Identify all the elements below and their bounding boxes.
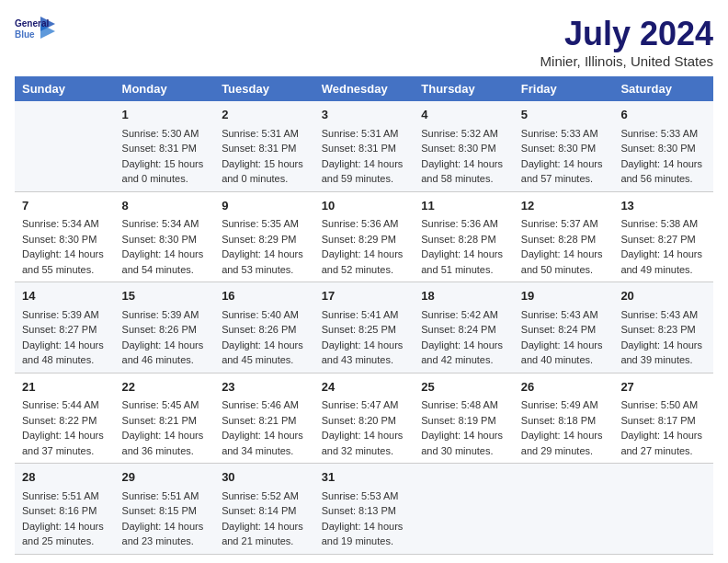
main-title: July 2024 [540, 15, 713, 53]
day-info: Daylight: 14 hours [322, 519, 407, 534]
day-info: Daylight: 14 hours [322, 428, 407, 443]
day-number: 29 [122, 468, 208, 487]
day-info: Sunset: 8:31 PM [322, 141, 407, 156]
column-header-wednesday: Wednesday [314, 76, 415, 101]
day-number: 9 [222, 197, 307, 215]
day-info: Sunset: 8:28 PM [421, 232, 506, 247]
calendar-cell: 30Sunrise: 5:52 AMSunset: 8:14 PMDayligh… [214, 464, 314, 555]
day-number: 23 [222, 378, 307, 396]
day-info: Sunset: 8:30 PM [22, 232, 108, 247]
day-info: Daylight: 14 hours [421, 338, 506, 353]
day-info: Sunset: 8:13 PM [322, 503, 407, 519]
day-info: Sunset: 8:30 PM [521, 141, 607, 156]
day-info: Sunrise: 5:37 AM [521, 216, 607, 232]
day-info: Sunrise: 5:36 AM [322, 216, 407, 232]
logo: General Blue [15, 15, 55, 44]
calendar-cell: 16Sunrise: 5:40 AMSunset: 8:26 PMDayligh… [214, 282, 314, 373]
day-number: 17 [322, 287, 407, 305]
day-info: Sunset: 8:28 PM [521, 232, 607, 247]
day-info: Sunset: 8:21 PM [222, 413, 307, 429]
calendar-cell: 27Sunrise: 5:50 AMSunset: 8:17 PMDayligh… [613, 373, 713, 464]
calendar-cell: 9Sunrise: 5:35 AMSunset: 8:29 PMDaylight… [214, 191, 314, 282]
day-info: Daylight: 14 hours [620, 156, 706, 172]
calendar-cell: 3Sunrise: 5:31 AMSunset: 8:31 PMDaylight… [314, 101, 415, 191]
column-header-thursday: Thursday [414, 76, 514, 101]
day-number: 4 [421, 106, 506, 124]
calendar-table: SundayMondayTuesdayWednesdayThursdayFrid… [15, 76, 713, 555]
day-info: and 34 minutes. [222, 443, 307, 459]
day-info: Sunrise: 5:47 AM [322, 397, 407, 413]
day-number: 15 [122, 287, 208, 305]
day-info: and 36 minutes. [122, 443, 208, 459]
calendar-cell: 11Sunrise: 5:36 AMSunset: 8:28 PMDayligh… [414, 191, 514, 282]
day-number: 25 [421, 378, 506, 396]
day-info: and 56 minutes. [620, 171, 706, 187]
day-info: and 19 minutes. [322, 534, 407, 549]
column-header-saturday: Saturday [613, 76, 713, 101]
day-info: Sunset: 8:17 PM [620, 413, 706, 429]
day-info: Daylight: 15 hours [122, 156, 208, 172]
day-info: Sunset: 8:19 PM [421, 413, 506, 429]
day-number: 28 [22, 468, 108, 487]
column-header-monday: Monday [115, 76, 215, 101]
calendar-cell: 10Sunrise: 5:36 AMSunset: 8:29 PMDayligh… [314, 191, 415, 282]
day-info: Daylight: 14 hours [222, 338, 307, 353]
day-info: and 37 minutes. [22, 443, 108, 459]
day-info: Sunset: 8:31 PM [122, 141, 208, 156]
day-number: 5 [521, 106, 607, 124]
day-number: 13 [620, 197, 706, 215]
day-info: Daylight: 14 hours [620, 338, 706, 353]
day-info: Sunrise: 5:33 AM [620, 126, 706, 142]
day-info: Sunrise: 5:39 AM [122, 307, 208, 323]
day-info: and 54 minutes. [122, 262, 208, 278]
title-area: July 2024 Minier, Illinois, United State… [540, 15, 713, 69]
calendar-cell: 22Sunrise: 5:45 AMSunset: 8:21 PMDayligh… [115, 373, 215, 464]
day-info: Sunset: 8:29 PM [322, 232, 407, 247]
day-info: Daylight: 14 hours [22, 247, 108, 262]
day-info: Daylight: 14 hours [521, 428, 607, 443]
day-number: 22 [122, 378, 208, 396]
day-info: Sunrise: 5:32 AM [421, 126, 506, 142]
day-info: and 0 minutes. [222, 171, 307, 187]
day-number: 8 [122, 197, 208, 215]
day-info: Sunrise: 5:48 AM [421, 397, 506, 413]
day-info: Daylight: 14 hours [620, 247, 706, 262]
day-info: Daylight: 14 hours [222, 247, 307, 262]
day-info: Sunset: 8:23 PM [620, 322, 706, 338]
logo-icon: General Blue [15, 15, 55, 44]
day-info: and 51 minutes. [421, 262, 506, 278]
day-info: and 39 minutes. [620, 352, 706, 368]
day-number: 2 [222, 106, 307, 124]
day-info: Daylight: 14 hours [122, 428, 208, 443]
calendar-cell: 6Sunrise: 5:33 AMSunset: 8:30 PMDaylight… [613, 101, 713, 191]
week-row-4: 21Sunrise: 5:44 AMSunset: 8:22 PMDayligh… [15, 373, 713, 464]
svg-text:Blue: Blue [15, 29, 35, 40]
day-info: Daylight: 14 hours [122, 247, 208, 262]
day-info: Daylight: 14 hours [122, 519, 208, 534]
day-info: Sunrise: 5:46 AM [222, 397, 307, 413]
calendar-cell: 20Sunrise: 5:43 AMSunset: 8:23 PMDayligh… [613, 282, 713, 373]
day-info: and 42 minutes. [421, 352, 506, 368]
day-info: Sunset: 8:18 PM [521, 413, 607, 429]
day-number: 31 [322, 468, 407, 487]
day-number: 27 [620, 378, 706, 396]
day-info: Sunrise: 5:30 AM [122, 126, 208, 142]
day-info: and 53 minutes. [222, 262, 307, 278]
day-info: and 59 minutes. [322, 171, 407, 187]
calendar-cell [414, 464, 514, 555]
day-info: Sunrise: 5:39 AM [22, 307, 108, 323]
calendar-cell: 24Sunrise: 5:47 AMSunset: 8:20 PMDayligh… [314, 373, 415, 464]
day-number: 12 [521, 197, 607, 215]
day-info: Daylight: 14 hours [22, 519, 108, 534]
day-info: Sunrise: 5:35 AM [222, 216, 307, 232]
calendar-cell: 17Sunrise: 5:41 AMSunset: 8:25 PMDayligh… [314, 282, 415, 373]
day-info: and 55 minutes. [22, 262, 108, 278]
day-info: Sunrise: 5:53 AM [322, 488, 407, 504]
calendar-cell [514, 464, 614, 555]
day-info: and 46 minutes. [122, 352, 208, 368]
day-info: Sunset: 8:24 PM [521, 322, 607, 338]
day-number: 3 [322, 106, 407, 124]
day-info: and 21 minutes. [222, 534, 307, 549]
day-info: Sunset: 8:15 PM [122, 503, 208, 519]
day-number: 30 [222, 468, 307, 487]
